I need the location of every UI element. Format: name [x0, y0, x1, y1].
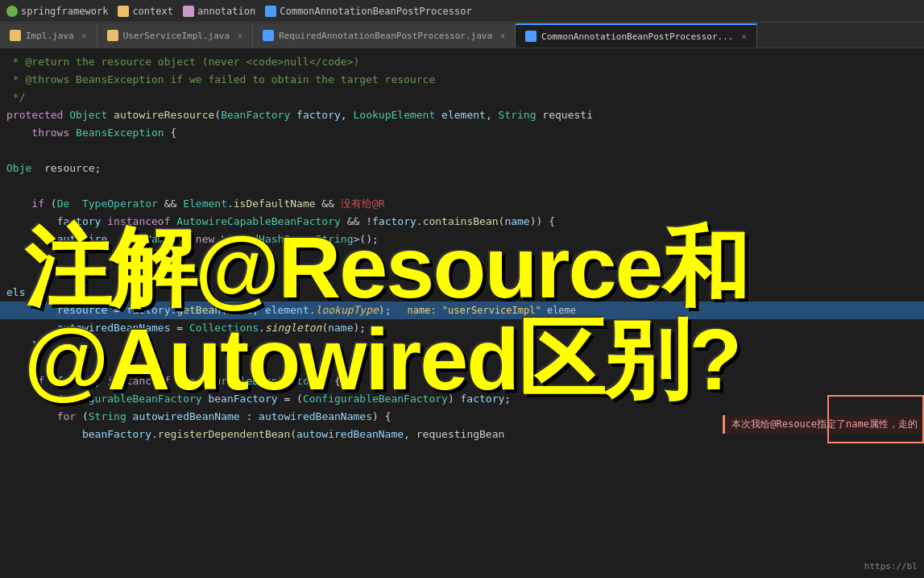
tab-userservice[interactable]: UserServiceImpl.java × [97, 23, 253, 48]
code-line-19: if (factory instanceof ConfigurableBeanF… [0, 372, 924, 390]
breadcrumb-annotation: annotation [183, 6, 255, 17]
tab-required[interactable]: RequiredAnnotationBeanPostProcessor.java… [253, 23, 516, 48]
spring-icon [6, 6, 18, 17]
code-line-highlighted: resource = factory.getBean(name, element… [0, 301, 924, 319]
code-text-17: } [6, 337, 38, 355]
breadcrumb-spring: springframework [6, 6, 108, 17]
code-content: * @return the resource object (never <co… [0, 48, 924, 448]
breadcrumb-annotation-label: annotation [197, 6, 255, 17]
code-line-14: els { [0, 284, 924, 301]
code-text-4: protected Object autowireResource(BeanFa… [6, 106, 593, 124]
code-text-highlighted: resource = factory.getBean(name, element… [6, 301, 392, 319]
breadcrumb-class-label: CommonAnnotationBeanPostProcessor [280, 6, 471, 17]
code-line-20: ConfigurableBeanFactory beanFactory = (C… [0, 390, 924, 408]
code-text-18 [6, 355, 13, 372]
code-line-9: if (De TypeOperator && Element.isDefault… [0, 195, 924, 213]
breadcrumb-context-label: context [132, 6, 173, 17]
watermark-text: https://bl [864, 561, 918, 572]
code-line-18 [0, 355, 924, 372]
tab-common-label: CommonAnnotationBeanPostProcessor... [541, 31, 733, 42]
tab-required-close[interactable]: × [500, 31, 505, 40]
tab-userservice-close[interactable]: × [238, 31, 242, 40]
code-line-4: protected Object autowireResource(BeanFa… [0, 106, 924, 124]
tab-required-icon [263, 30, 274, 41]
code-line-12 [0, 248, 924, 266]
code-line-3: */ [0, 89, 924, 106]
tab-impl[interactable]: Impl.java × [0, 23, 97, 48]
tab-common-close[interactable]: × [741, 32, 746, 41]
code-area: * @return the resource object (never <co… [0, 48, 924, 578]
code-text-11: autowire BeanNames = new LinkedHashSe <S… [6, 231, 379, 248]
code-text-19: if (factory instanceof ConfigurableBeanF… [6, 372, 341, 390]
tab-common-icon [525, 31, 537, 42]
code-text-5: throws BeansException { [6, 124, 176, 142]
code-text-13 [6, 266, 13, 284]
class-icon [265, 6, 276, 17]
annotation-icon [183, 6, 194, 17]
breadcrumb-class: CommonAnnotationBeanPostProcessor [265, 6, 471, 17]
java-icon [118, 6, 129, 17]
hint-box: 本次我给@Resouce指定了name属性，走的 [723, 415, 924, 434]
code-text-6 [6, 142, 13, 160]
code-text-9: if (De TypeOperator && Element.isDefault… [6, 195, 385, 213]
tab-impl-close[interactable]: × [82, 31, 87, 40]
hint-text: 本次我给@Resouce指定了name属性，走的 [731, 418, 918, 430]
tab-impl-label: Impl.java [26, 31, 74, 41]
tab-userservice-icon [107, 30, 118, 41]
top-bar: springframework context annotation Commo… [0, 0, 924, 23]
tab-common[interactable]: CommonAnnotationBeanPostProcessor... × [516, 23, 756, 48]
breadcrumb-spring-label: springframework [21, 6, 108, 17]
code-text-20: ConfigurableBeanFactory beanFactory = (C… [6, 390, 511, 408]
code-line-11: autowire BeanNames = new LinkedHashSe <S… [0, 231, 924, 248]
code-text-16: autowiredBeanNames = Collections.singlet… [6, 319, 366, 337]
code-line-7: Obje resource; [0, 160, 924, 177]
watermark: https://bl [864, 561, 918, 572]
code-text-12 [6, 248, 13, 266]
code-line-16: autowiredBeanNames = Collections.singlet… [0, 319, 924, 337]
code-text-21: for (String autowiredBeanName : autowire… [6, 408, 391, 426]
tab-userservice-label: UserServiceImpl.java [123, 31, 230, 41]
code-text-8 [6, 177, 13, 195]
code-text-1: * @return the resource object (never <co… [6, 53, 359, 71]
code-line-2: * @throws BeansException if we failed to… [0, 71, 924, 89]
code-line-17: } [0, 337, 924, 355]
code-text-3: */ [6, 89, 25, 106]
code-text-7: Obje resource; [6, 160, 101, 177]
breadcrumb-context: context [118, 6, 173, 17]
code-text-2: * @throws BeansException if we failed to… [6, 71, 435, 89]
debug-hint: name: "userServiceImpl" eleme [408, 301, 577, 319]
code-text-22: beanFactory.registerDependentBean(autowi… [6, 426, 504, 443]
code-line-6 [0, 142, 924, 160]
tab-impl-icon [10, 30, 21, 41]
code-line-1: * @return the resource object (never <co… [0, 53, 924, 71]
code-line-13 [0, 266, 924, 284]
code-line-10: factory instanceof AutowireCapableBeanFa… [0, 213, 924, 231]
code-text-14: els { [6, 284, 44, 301]
tabs-bar: Impl.java × UserServiceImpl.java × Requi… [0, 23, 924, 48]
code-text-10: factory instanceof AutowireCapableBeanFa… [6, 213, 555, 231]
tab-required-label: RequiredAnnotationBeanPostProcessor.java [279, 31, 492, 41]
code-line-8 [0, 177, 924, 195]
code-line-5: throws BeansException { [0, 124, 924, 142]
